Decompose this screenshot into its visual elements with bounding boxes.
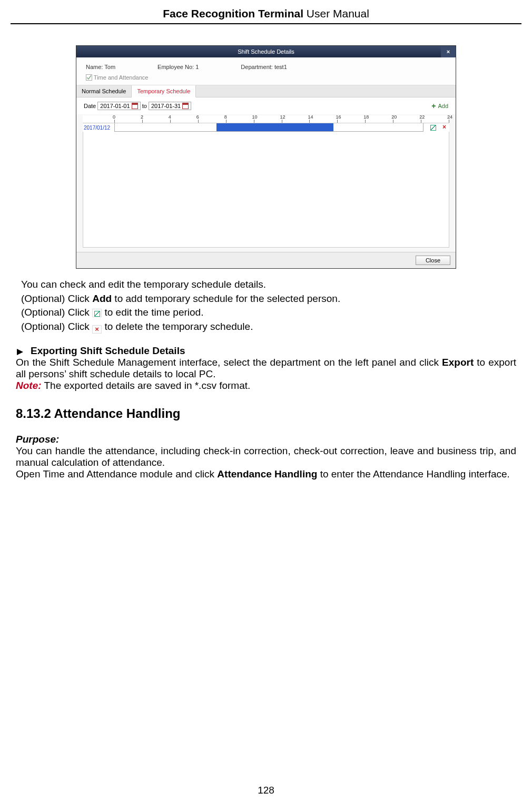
page-number: 128 [0,785,532,796]
page-header: Face Recognition Terminal User Manual [11,0,521,24]
export-note: Note: The exported details are saved in … [16,380,516,392]
edit-icon [92,309,102,317]
export-paragraph: On the Shift Schedule Management interfa… [16,357,516,380]
header-title-regular: User Manual [303,7,369,19]
purpose-p1: You can handle the attendance, including… [16,445,516,468]
export-heading: Exporting Shift Schedule Details [31,345,516,357]
date-from-input[interactable]: 2017-01-01 [97,102,140,110]
time-attendance-checkbox[interactable]: Time and Attendance [86,74,446,81]
chevron-right-icon [16,348,25,356]
add-button[interactable]: +Add [431,102,448,110]
shift-schedule-dialog: Shift Schedule Details × Name: Tom Emplo… [76,45,456,269]
name-field: Name: Tom [86,64,115,70]
edit-icon[interactable] [429,123,438,132]
schedule-bar[interactable] [114,123,423,132]
delete-icon: × [92,325,102,334]
time-attendance-label: Time and Attendance [94,74,149,81]
calendar-icon[interactable] [132,103,138,109]
date-to-input[interactable]: 2017-01-31 [149,102,191,110]
schedule-row: 2017/01/12 × [83,123,449,132]
schedule-empty-area [83,132,449,248]
para-optional-delete: (Optional) Click × to delete the tempora… [21,320,513,334]
date-range: Date 2017-01-01 to 2017-01-31 [84,102,191,110]
plus-icon: + [431,102,436,110]
section-heading: 8.13.2 Attendance Handling [16,406,516,421]
para-check-edit: You can check and edit the temporary sch… [21,278,513,291]
header-title-bold: Face Recognition Terminal [163,7,303,19]
dialog-title: Shift Schedule Details [238,48,294,55]
purpose-p2: Open Time and Attendance module and clic… [16,468,516,480]
para-optional-edit: (Optional) Click to edit the time period… [21,306,513,319]
dialog-titlebar: Shift Schedule Details × [76,46,456,57]
close-icon[interactable]: × [441,46,456,57]
calendar-icon[interactable] [182,103,189,109]
schedule-row-date: 2017/01/12 [83,125,114,131]
employee-no-field: Employee No: 1 [157,64,199,70]
tab-normal-schedule[interactable]: Normal Schedule [76,85,132,97]
para-optional-add: (Optional) Click Add to add temporary sc… [21,292,513,306]
department-field: Department: test1 [241,64,287,70]
tab-temporary-schedule[interactable]: Temporary Schedule [132,85,196,97]
delete-icon[interactable]: × [442,123,446,132]
close-button[interactable]: Close [416,256,450,265]
purpose-label: Purpose: [16,434,516,445]
time-ruler: 0 2 4 6 8 10 12 14 16 18 20 22 24 [83,115,449,123]
